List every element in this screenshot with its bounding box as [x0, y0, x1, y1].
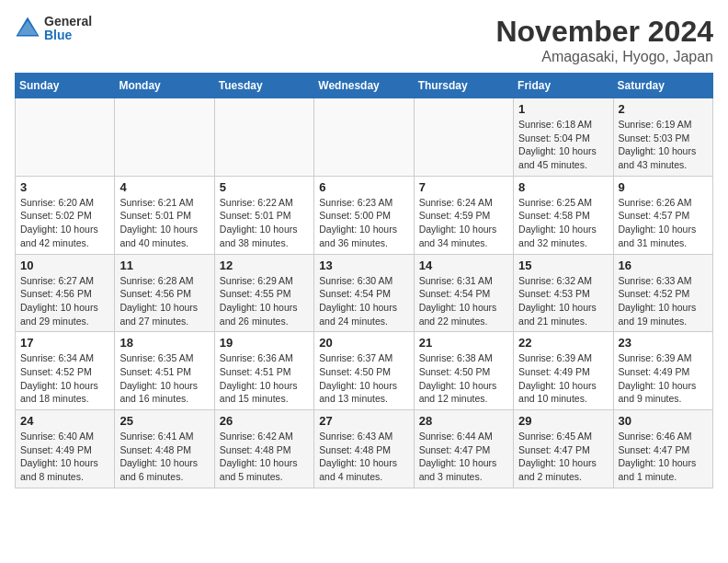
calendar-week-2: 10Sunrise: 6:27 AM Sunset: 4:56 PM Dayli… — [16, 254, 713, 332]
calendar-cell — [115, 98, 214, 177]
day-info: Sunrise: 6:28 AM Sunset: 4:56 PM Dayligh… — [119, 274, 209, 328]
day-number: 22 — [518, 336, 608, 350]
calendar-cell: 2Sunrise: 6:19 AM Sunset: 5:03 PM Daylig… — [613, 98, 712, 177]
day-number: 9 — [619, 180, 708, 194]
day-number: 6 — [319, 180, 408, 194]
day-number: 16 — [619, 259, 708, 272]
calendar-week-0: 1Sunrise: 6:18 AM Sunset: 5:04 PM Daylig… — [16, 98, 713, 177]
day-info: Sunrise: 6:42 AM Sunset: 4:48 PM Dayligh… — [220, 430, 309, 484]
logo: General Blue — [15, 15, 92, 43]
calendar-title: November 2024 — [495, 15, 713, 49]
calendar-cell: 22Sunrise: 6:39 AM Sunset: 4:49 PM Dayli… — [514, 332, 613, 410]
calendar-cell: 23Sunrise: 6:39 AM Sunset: 4:49 PM Dayli… — [613, 332, 712, 410]
day-info: Sunrise: 6:38 AM Sunset: 4:50 PM Dayligh… — [419, 351, 508, 406]
calendar-cell — [314, 98, 414, 177]
day-number: 24 — [20, 414, 109, 428]
day-info: Sunrise: 6:21 AM Sunset: 5:01 PM Dayligh… — [119, 196, 209, 250]
day-number: 7 — [419, 180, 508, 194]
calendar-cell: 10Sunrise: 6:27 AM Sunset: 4:56 PM Dayli… — [16, 254, 115, 332]
day-info: Sunrise: 6:39 AM Sunset: 4:49 PM Dayligh… — [518, 351, 608, 406]
calendar-week-1: 3Sunrise: 6:20 AM Sunset: 5:02 PM Daylig… — [16, 176, 713, 254]
svg-marker-1 — [18, 21, 38, 35]
day-number: 27 — [319, 414, 408, 428]
calendar-cell: 28Sunrise: 6:44 AM Sunset: 4:47 PM Dayli… — [414, 410, 513, 488]
calendar-subtitle: Amagasaki, Hyogo, Japan — [495, 49, 713, 65]
day-info: Sunrise: 6:43 AM Sunset: 4:48 PM Dayligh… — [319, 430, 408, 484]
logo-icon — [15, 16, 40, 41]
header-monday: Monday — [115, 74, 214, 98]
day-info: Sunrise: 6:35 AM Sunset: 4:51 PM Dayligh… — [119, 351, 209, 406]
header-thursday: Thursday — [414, 74, 513, 98]
calendar-week-3: 17Sunrise: 6:34 AM Sunset: 4:52 PM Dayli… — [16, 332, 713, 410]
calendar-cell: 27Sunrise: 6:43 AM Sunset: 4:48 PM Dayli… — [314, 410, 414, 488]
day-info: Sunrise: 6:18 AM Sunset: 5:04 PM Dayligh… — [518, 118, 608, 172]
day-info: Sunrise: 6:33 AM Sunset: 4:52 PM Dayligh… — [619, 274, 708, 328]
calendar-cell: 30Sunrise: 6:46 AM Sunset: 4:47 PM Dayli… — [613, 410, 712, 488]
calendar-cell — [16, 98, 115, 177]
day-number: 25 — [119, 414, 209, 428]
calendar-cell: 4Sunrise: 6:21 AM Sunset: 5:01 PM Daylig… — [115, 176, 214, 254]
day-number: 10 — [20, 259, 109, 272]
day-number: 3 — [20, 180, 109, 194]
calendar-cell: 6Sunrise: 6:23 AM Sunset: 5:00 PM Daylig… — [314, 176, 414, 254]
day-number: 4 — [119, 180, 209, 194]
day-number: 21 — [419, 336, 508, 350]
calendar-cell: 17Sunrise: 6:34 AM Sunset: 4:52 PM Dayli… — [16, 332, 115, 410]
day-number: 5 — [220, 180, 309, 194]
day-info: Sunrise: 6:30 AM Sunset: 4:54 PM Dayligh… — [319, 274, 408, 328]
logo-general: General — [44, 15, 92, 29]
day-number: 26 — [220, 414, 309, 428]
day-info: Sunrise: 6:46 AM Sunset: 4:47 PM Dayligh… — [619, 430, 708, 484]
calendar-cell: 19Sunrise: 6:36 AM Sunset: 4:51 PM Dayli… — [214, 332, 313, 410]
day-number: 19 — [220, 336, 309, 350]
header: General Blue November 2024 Amagasaki, Hy… — [15, 15, 713, 65]
header-saturday: Saturday — [613, 74, 712, 98]
day-info: Sunrise: 6:26 AM Sunset: 4:57 PM Dayligh… — [619, 196, 708, 250]
calendar-cell: 8Sunrise: 6:25 AM Sunset: 4:58 PM Daylig… — [514, 176, 613, 254]
header-tuesday: Tuesday — [214, 74, 313, 98]
day-number: 29 — [518, 414, 608, 428]
calendar-cell: 7Sunrise: 6:24 AM Sunset: 4:59 PM Daylig… — [414, 176, 513, 254]
logo-blue: Blue — [44, 29, 92, 42]
calendar-cell: 12Sunrise: 6:29 AM Sunset: 4:55 PM Dayli… — [214, 254, 313, 332]
day-number: 23 — [619, 336, 708, 350]
calendar-cell — [414, 98, 513, 177]
header-friday: Friday — [514, 74, 613, 98]
day-number: 8 — [518, 180, 608, 194]
day-number: 15 — [518, 259, 608, 272]
calendar-cell: 25Sunrise: 6:41 AM Sunset: 4:48 PM Dayli… — [115, 410, 214, 488]
calendar-cell: 13Sunrise: 6:30 AM Sunset: 4:54 PM Dayli… — [314, 254, 414, 332]
calendar-cell: 16Sunrise: 6:33 AM Sunset: 4:52 PM Dayli… — [613, 254, 712, 332]
day-info: Sunrise: 6:20 AM Sunset: 5:02 PM Dayligh… — [20, 196, 109, 250]
day-number: 2 — [619, 102, 708, 116]
day-info: Sunrise: 6:44 AM Sunset: 4:47 PM Dayligh… — [419, 430, 508, 484]
day-info: Sunrise: 6:36 AM Sunset: 4:51 PM Dayligh… — [220, 351, 309, 406]
calendar-cell: 15Sunrise: 6:32 AM Sunset: 4:53 PM Dayli… — [514, 254, 613, 332]
day-number: 17 — [20, 336, 109, 350]
day-number: 1 — [518, 102, 608, 116]
calendar-header-row: SundayMondayTuesdayWednesdayThursdayFrid… — [16, 74, 713, 98]
logo-text: General Blue — [44, 15, 92, 43]
day-info: Sunrise: 6:45 AM Sunset: 4:47 PM Dayligh… — [518, 430, 608, 484]
day-info: Sunrise: 6:34 AM Sunset: 4:52 PM Dayligh… — [20, 351, 109, 406]
day-number: 14 — [419, 259, 508, 272]
day-info: Sunrise: 6:31 AM Sunset: 4:54 PM Dayligh… — [419, 274, 508, 328]
day-info: Sunrise: 6:25 AM Sunset: 4:58 PM Dayligh… — [518, 196, 608, 250]
calendar-cell — [214, 98, 313, 177]
header-wednesday: Wednesday — [314, 74, 414, 98]
day-number: 13 — [319, 259, 408, 272]
day-info: Sunrise: 6:41 AM Sunset: 4:48 PM Dayligh… — [119, 430, 209, 484]
calendar-cell: 21Sunrise: 6:38 AM Sunset: 4:50 PM Dayli… — [414, 332, 513, 410]
calendar-week-4: 24Sunrise: 6:40 AM Sunset: 4:49 PM Dayli… — [16, 410, 713, 488]
day-info: Sunrise: 6:29 AM Sunset: 4:55 PM Dayligh… — [220, 274, 309, 328]
calendar-cell: 9Sunrise: 6:26 AM Sunset: 4:57 PM Daylig… — [613, 176, 712, 254]
day-info: Sunrise: 6:32 AM Sunset: 4:53 PM Dayligh… — [518, 274, 608, 328]
day-info: Sunrise: 6:27 AM Sunset: 4:56 PM Dayligh… — [20, 274, 109, 328]
calendar-cell: 14Sunrise: 6:31 AM Sunset: 4:54 PM Dayli… — [414, 254, 513, 332]
calendar-cell: 18Sunrise: 6:35 AM Sunset: 4:51 PM Dayli… — [115, 332, 214, 410]
day-info: Sunrise: 6:23 AM Sunset: 5:00 PM Dayligh… — [319, 196, 408, 250]
calendar-cell: 3Sunrise: 6:20 AM Sunset: 5:02 PM Daylig… — [16, 176, 115, 254]
day-number: 30 — [619, 414, 708, 428]
calendar-cell: 29Sunrise: 6:45 AM Sunset: 4:47 PM Dayli… — [514, 410, 613, 488]
calendar-table: SundayMondayTuesdayWednesdayThursdayFrid… — [15, 73, 713, 488]
